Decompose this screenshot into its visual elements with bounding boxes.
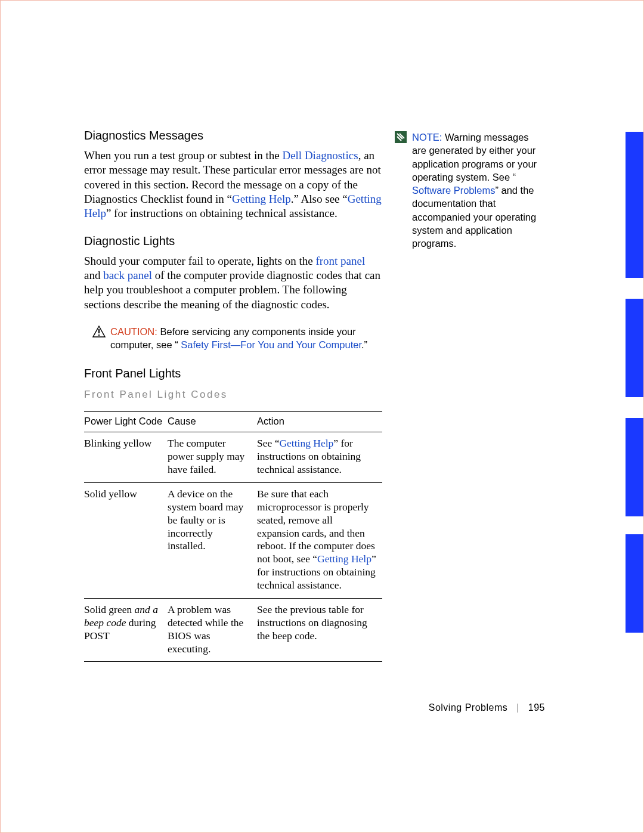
caution-label: CAUTION: [110, 326, 157, 337]
caution-icon [92, 326, 106, 340]
page-footer: Solving Problems | 195 [429, 702, 545, 713]
text: and [84, 269, 103, 281]
link-getting-help[interactable]: Getting Help [232, 193, 291, 205]
cell-action: Be sure that each microprocessor is prop… [257, 482, 382, 598]
table-row: Solid yellow A device on the system boar… [84, 482, 382, 598]
table-header-row: Power Light Code Cause Action [84, 412, 382, 432]
edge-tab [626, 534, 643, 633]
subheading-front-panel-light-codes: Front Panel Light Codes [84, 389, 382, 401]
main-column: Diagnostics Messages When you run a test… [84, 129, 382, 662]
cell-code: Solid green and a beep code during POST [84, 598, 168, 662]
svg-rect-1 [98, 329, 100, 333]
cell-cause: A problem was detected while the BIOS wa… [168, 598, 257, 662]
cell-action: See “Getting Help” for instructions on o… [257, 432, 382, 483]
edge-tabs [626, 132, 643, 654]
col-cause: Cause [168, 412, 257, 432]
cell-cause: A device on the system board may be faul… [168, 482, 257, 598]
note-block: NOTE: Warning messages are generated by … [394, 131, 543, 250]
cell-cause: The computer power supply may have faile… [168, 432, 257, 483]
footer-separator: | [510, 702, 525, 713]
cell-action: See the previous table for instructions … [257, 598, 382, 662]
footer-page-number: 195 [528, 702, 545, 713]
page: Diagnostics Messages When you run a test… [0, 0, 644, 833]
link-back-panel[interactable]: back panel [103, 269, 152, 281]
edge-tab [626, 299, 643, 397]
note-icon [394, 131, 407, 146]
text: Solid green [84, 603, 135, 615]
para-diagnostics-messages: When you run a test group or subtest in … [84, 148, 382, 221]
heading-diagnostic-lights: Diagnostic Lights [84, 234, 382, 248]
note-text: NOTE: Warning messages are generated by … [412, 131, 543, 250]
table-row: Solid green and a beep code during POST … [84, 598, 382, 662]
link-getting-help[interactable]: Getting Help [279, 437, 333, 449]
link-software-problems[interactable]: Software Problems [412, 185, 495, 196]
text: When you run a test group or subtest in … [84, 149, 282, 162]
para-diagnostic-lights: Should your computer fail to operate, li… [84, 254, 382, 312]
note-label: NOTE: [412, 132, 442, 143]
table-row: Blinking yellow The computer power suppl… [84, 432, 382, 483]
text: .” Also see “ [291, 193, 348, 205]
svg-rect-2 [98, 335, 100, 336]
text: .” [361, 339, 367, 350]
edge-tab [626, 132, 643, 278]
heading-diagnostics-messages: Diagnostics Messages [84, 129, 382, 143]
heading-front-panel-lights: Front Panel Lights [84, 367, 382, 380]
link-front-panel[interactable]: front panel [315, 255, 365, 267]
text: ” for instructions on obtaining technica… [106, 207, 338, 219]
link-dell-diagnostics[interactable]: Dell Diagnostics [282, 149, 358, 162]
footer-section: Solving Problems [429, 702, 508, 713]
link-getting-help[interactable]: Getting Help [317, 553, 371, 565]
table-front-panel-light-codes: Power Light Code Cause Action Blinking y… [84, 411, 382, 662]
caution-text: CAUTION: Before servicing any components… [110, 325, 379, 352]
col-action: Action [257, 412, 382, 432]
text: See “ [257, 437, 279, 449]
col-power-light-code: Power Light Code [84, 412, 168, 432]
cell-code: Solid yellow [84, 482, 168, 598]
edge-tab [626, 418, 643, 516]
caution-block: CAUTION: Before servicing any components… [92, 325, 382, 352]
text: Should your computer fail to operate, li… [84, 255, 315, 267]
link-safety-first[interactable]: Safety First—For You and Your Computer [181, 339, 361, 350]
cell-code: Blinking yellow [84, 432, 168, 483]
